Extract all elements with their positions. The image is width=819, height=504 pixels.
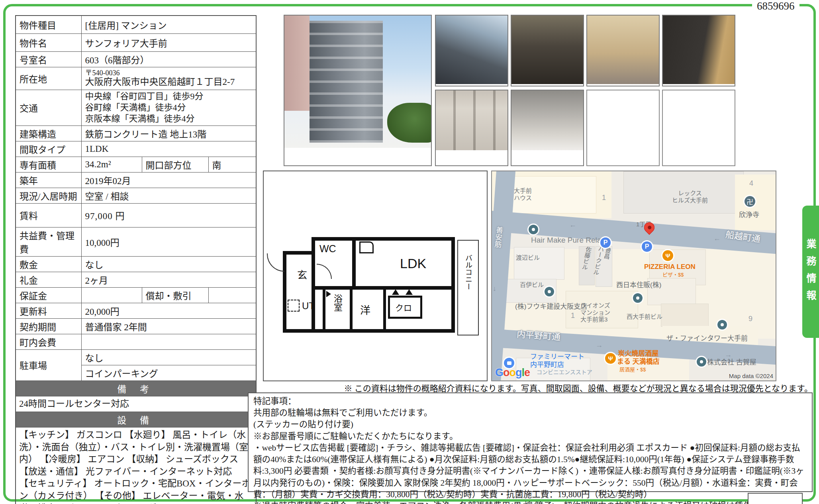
row-value-address: 〒540-0036 大阪府大阪市中央区船越町１丁目2-7 xyxy=(81,67,256,90)
row-value-layout-type: 1LDK xyxy=(81,141,256,157)
row-label-amortization: 償却・敷引 xyxy=(142,287,208,303)
row-value-access: 中央線「谷町四丁目」徒歩9分 谷町線「天満橋」徒歩4分 京阪本線「天満橋」徒歩4… xyxy=(81,90,256,126)
row-label-structure: 建築構造 xyxy=(16,126,81,141)
row-value-fees: 10,000円 xyxy=(81,227,256,256)
row-label-room: 号室名 xyxy=(16,51,81,67)
equipment-text: 【キッチン】 ガスコンロ 【水廻り】 風呂・トイレ（水洗）・洗面台（独立）・バス… xyxy=(16,428,256,504)
row-value-amortization xyxy=(208,287,256,303)
photo-mailboxes xyxy=(662,15,735,86)
road-arrow-west-2: ← xyxy=(713,234,721,243)
address-text: 大阪府大阪市中央区船越町１丁目2-7 xyxy=(85,77,253,87)
row-label-address: 所在地 xyxy=(16,67,81,90)
map-attribution: Map data ©2024 xyxy=(729,373,773,379)
floor-plan: WC 玄 UT 浴室 洋 クロ LDK バルコニー xyxy=(263,171,488,381)
row-value-town-fee xyxy=(81,334,256,349)
temple-pin-kinjoji: 卍 xyxy=(745,196,755,207)
row-label-access: 交通 xyxy=(16,90,81,126)
row-value-facing: 南 xyxy=(208,157,256,172)
property-table: 物件種目 [住居用] マンション 物件名 サンフォリア大手前 号室名 603（6… xyxy=(15,15,257,504)
bottom-right-stamp-box xyxy=(748,493,803,504)
neighbor-building xyxy=(284,16,310,111)
gyomu-joho-tab[interactable]: 業務情報 xyxy=(802,206,819,338)
row-label-parking: 駐車場 xyxy=(16,349,81,380)
photo-exterior-main xyxy=(284,15,432,166)
room-label-wc: WC xyxy=(319,243,336,255)
row-value-structure: 鉄筋コンクリート造 地上13階 xyxy=(81,126,256,141)
postal-code: 〒540-0036 xyxy=(85,69,253,77)
row-value-area: 34.2m² xyxy=(81,157,142,172)
remarks-text: 24時間コールセンター対応 xyxy=(16,396,256,412)
neighborhood-map[interactable]: 大手前 ハウス1レックス ヒルズ大手前4欣浄寺1丁目船越町通善安筋Hair Ma… xyxy=(491,171,776,381)
photo-corridor xyxy=(511,90,584,166)
row-label-fees: 共益費・管理費 xyxy=(16,227,81,256)
photo-placeholder-1 xyxy=(586,90,660,166)
row-value-contract: 普通借家 2年間 xyxy=(81,318,256,334)
row-label-guarantee: 保証金 xyxy=(16,287,81,303)
photo-placeholder-2 xyxy=(662,90,735,166)
wall xyxy=(383,289,386,330)
note-line: 共用部の駐輪場は無料でご利用いただけます。 xyxy=(253,407,807,419)
special-notes-box: 特記事項： 共用部の駐輪場は無料でご利用いただけます。 (ステッカーの貼り付け要… xyxy=(248,392,813,492)
photo-elevator-hall xyxy=(586,15,660,86)
property-flyer-page: 6859696 物件種目 [住居用] マンション 物件名 サンフォリア大手前 号… xyxy=(0,0,819,504)
photo-entrance xyxy=(511,15,584,86)
note-line: 特記事項： xyxy=(253,396,807,407)
note-line: ・webサービス広告掲載 [要確認]・チラシ、雑誌等掲載広告 [要確認]・保証会… xyxy=(253,442,807,500)
equipment-header: 設 備 xyxy=(16,412,256,428)
row-label-area: 専有面積 xyxy=(16,157,81,172)
row-label-deposit: 敷金 xyxy=(16,256,81,272)
closet-door-mark xyxy=(392,289,399,295)
row-label-facing: 開口部方位 xyxy=(142,157,208,172)
parking-pin-2: P xyxy=(642,241,652,252)
poi-pin-finetower xyxy=(717,320,727,329)
road-arrow-east-2: → xyxy=(725,351,732,359)
room-label-closet: クロ xyxy=(395,301,412,313)
access-line: 中央線「谷町四丁目」徒歩9分 xyxy=(85,91,253,102)
room-label-bath: 浴室 xyxy=(331,294,343,312)
row-value-renewal: 20,000円 xyxy=(81,303,256,318)
row-value-name: サンフォリア大手前 xyxy=(81,33,256,51)
kitchen-sink xyxy=(359,241,374,253)
room-label-genkan: 玄 xyxy=(297,267,307,281)
restaurant-pin-pizzeria: Ψ xyxy=(662,250,673,261)
access-line: 谷町線「天満橋」徒歩4分 xyxy=(85,102,253,113)
wall xyxy=(350,289,353,330)
note-line: ※お部屋番号順にご駐輪いただくかたちになります。 xyxy=(253,431,807,442)
remarks-header: 備 考 xyxy=(16,380,256,396)
row-label-layout-type: 間取タイプ xyxy=(16,141,81,157)
wall xyxy=(323,289,325,330)
parking-pin-1: P xyxy=(600,237,611,248)
access-line: 京阪本線「天満橋」徒歩4分 xyxy=(85,113,253,124)
google-logo: Google xyxy=(495,367,530,379)
road-arrow-down: ↓ xyxy=(493,284,496,293)
row-label-name: 物件名 xyxy=(16,33,81,51)
entrance-door-arc xyxy=(267,253,284,272)
row-value-room: 603（6階部分） xyxy=(81,51,256,67)
row-label-type: 物件種目 xyxy=(16,16,81,33)
road-arrow-west-1: ← xyxy=(569,221,576,229)
note-line: (ステッカーの貼り付け要) xyxy=(253,419,807,430)
poi-pin-nishinihon xyxy=(633,293,643,303)
balcony-bands xyxy=(310,21,383,142)
document-id: 6859696 xyxy=(752,0,799,12)
row-value-key-money: 2ヶ月 xyxy=(81,272,256,287)
restaurant-pin-izakaya: Ψ xyxy=(605,353,616,364)
wall xyxy=(352,239,356,288)
row-label-built: 築年 xyxy=(16,172,81,188)
poi-pin-fuki xyxy=(545,287,554,296)
row-label-renewal: 更新料 xyxy=(16,303,81,318)
disclaimer-text: ※ この資料は物件の概略紹介資料になります。写真、間取図面、設備、概要などが現況… xyxy=(279,382,813,394)
row-value-parking-1: なし xyxy=(81,349,256,365)
room-label-ldk: LDK xyxy=(400,256,426,271)
photo-delivery-lockers xyxy=(435,90,508,166)
room-label-balcony: バルコニー xyxy=(463,254,473,290)
row-value-rent: 97,000 円 xyxy=(81,203,256,227)
row-value-deposit: なし xyxy=(81,256,256,272)
row-label-status: 現況/入居時期 xyxy=(16,188,81,203)
note-line: ※退去時実費精算の場合、室内美装・エアコン洗浄・各部張替費用(畳/襖/障子)・契… xyxy=(253,500,807,504)
property-location-pin xyxy=(642,220,657,235)
row-label-contract: 契約期間 xyxy=(16,318,81,334)
row-value-type: [住居用] マンション xyxy=(81,16,256,33)
washer-space xyxy=(288,300,300,312)
room-label-western-room: 洋 xyxy=(360,302,370,317)
